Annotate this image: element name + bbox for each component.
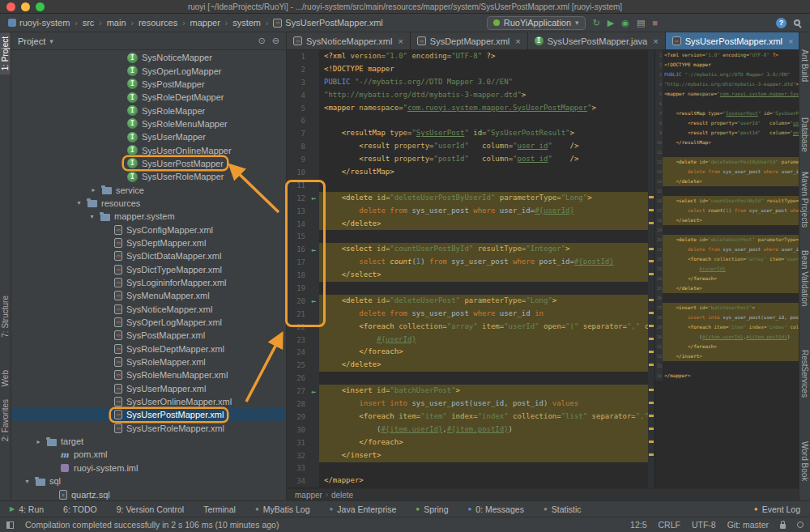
tree-item[interactable]: SysUserPostMapper.xml xyxy=(11,408,286,421)
line-number[interactable]: 12 xyxy=(287,194,308,202)
tree-item[interactable]: ▸service xyxy=(11,183,286,196)
tree-item[interactable]: SysDictDataMapper.xml xyxy=(11,249,286,262)
toolwindow-button[interactable]: Terminal xyxy=(203,504,236,514)
run-config-selector[interactable]: RuoYiApplication ▾ xyxy=(487,16,586,30)
tree-item[interactable]: ▾sql xyxy=(11,475,286,487)
lock-icon[interactable] xyxy=(780,524,786,529)
code-text[interactable]: </foreach> xyxy=(319,436,648,449)
caret-position[interactable]: 12:5 xyxy=(630,520,646,530)
line-number[interactable]: 13 xyxy=(287,207,308,215)
tree-item[interactable]: SysUserMapper xyxy=(11,130,286,143)
tree-item[interactable]: SysDictTypeMapper.xml xyxy=(11,263,286,276)
code-text[interactable]: <mapper namespace="com.ruoyi.system.mapp… xyxy=(319,102,648,115)
line-number[interactable]: 27 xyxy=(287,387,308,395)
line-number[interactable]: 32 xyxy=(287,452,308,460)
line-number[interactable]: 9 xyxy=(287,155,308,164)
tool-strip-button[interactable]: Ant Build xyxy=(799,45,810,86)
code-text[interactable]: PUBLIC "-//mybatis.org//DTD Mapper 3.0//… xyxy=(319,76,648,89)
code-text[interactable]: </delete> xyxy=(319,218,648,231)
tool-strip-button[interactable]: Web xyxy=(0,366,11,390)
breadcrumb-item[interactable]: main xyxy=(105,17,128,28)
tool-strip-button[interactable]: Bean Validation xyxy=(799,246,810,310)
editor-tab[interactable]: SysNoticeMapper.xml× xyxy=(287,32,411,49)
line-number[interactable]: 20 xyxy=(287,297,308,305)
line-number[interactable]: 6 xyxy=(287,117,308,125)
code-text[interactable]: select count(1) from sys_user_post where… xyxy=(319,256,648,269)
mybatis-nav-arrow-icon[interactable]: ← xyxy=(308,296,319,305)
tool-strip-button[interactable]: 2: Favorites xyxy=(0,395,11,445)
toolwindow-button[interactable]: ●Event Log xyxy=(754,504,800,514)
breadcrumb-item[interactable]: SysUserPostMapper.xml xyxy=(271,17,384,28)
encoding-indicator[interactable]: UTF-8 xyxy=(692,520,716,530)
code-text[interactable]: "http://mybatis.org/dtd/mybatis-3-mapper… xyxy=(319,89,648,102)
code-text[interactable]: </select> xyxy=(319,269,648,282)
tool-strip-button[interactable]: 1: Project xyxy=(0,32,11,74)
code-text[interactable]: (#{item.userId},#{item.postId}) xyxy=(319,423,648,436)
tree-item[interactable]: SysNoticeMapper xyxy=(11,51,286,64)
line-number[interactable]: 16 xyxy=(287,245,308,253)
code-text[interactable]: </insert> xyxy=(319,449,648,462)
editor-breadcrumb-item[interactable]: delete xyxy=(331,491,353,500)
code-text[interactable]: <insert id="batchUserPost"> xyxy=(319,385,648,398)
line-number[interactable]: 17 xyxy=(287,258,308,266)
chevron-down-icon[interactable]: ▾ xyxy=(49,37,53,45)
line-number[interactable]: 2 xyxy=(287,66,308,74)
toolwindow-button[interactable]: ●Java Enterprise xyxy=(330,504,397,514)
chevron-right-icon[interactable]: ▸ xyxy=(34,438,43,445)
code-text[interactable]: <result property="userId" column="user_i… xyxy=(319,140,648,153)
tool-strip-button[interactable]: RestServices xyxy=(799,346,810,402)
line-number[interactable]: 30 xyxy=(287,426,308,434)
tree-item[interactable]: SysMenuMapper.xml xyxy=(11,289,286,302)
tree-item[interactable]: SysUserOnlineMapper.xml xyxy=(11,395,286,408)
tree-item[interactable]: ▾resources xyxy=(11,197,286,210)
tree-item[interactable]: ruoyi-system.iml xyxy=(11,462,286,475)
line-number[interactable]: 22 xyxy=(287,323,308,331)
code-text[interactable]: </resultMap> xyxy=(319,166,648,179)
line-number[interactable]: 24 xyxy=(287,348,308,356)
chevron-down-icon[interactable]: ▾ xyxy=(75,199,83,206)
code-text[interactable]: <foreach collection="array" item="userId… xyxy=(319,321,648,334)
git-branch-indicator[interactable]: Git: master xyxy=(727,520,769,530)
tree-item[interactable]: SysUserMapper.xml xyxy=(11,382,286,395)
editor-tab[interactable]: SysDeptMapper.xml× xyxy=(411,32,528,49)
line-number[interactable]: 34 xyxy=(287,477,308,485)
line-number[interactable]: 31 xyxy=(287,439,308,447)
line-number[interactable]: 26 xyxy=(287,374,308,382)
line-number[interactable]: 21 xyxy=(287,310,308,318)
tree-item[interactable]: ▾mapper.system xyxy=(11,210,286,223)
line-number[interactable]: 15 xyxy=(287,232,308,240)
toolwindow-toggle-icon[interactable] xyxy=(6,521,14,529)
chevron-down-icon[interactable]: ▾ xyxy=(87,213,96,220)
tree-item[interactable]: SysPostMapper.xml xyxy=(11,329,286,342)
close-icon[interactable]: × xyxy=(398,36,403,46)
code-text[interactable]: <resultMap type="SysUserPost" id="SysUse… xyxy=(319,127,648,140)
code-text[interactable]: <?xml version="1.0" encoding="UTF-8" ?> xyxy=(319,50,648,63)
tree-item[interactable]: SysRoleMapper.xml xyxy=(11,355,286,368)
line-number[interactable]: 23 xyxy=(287,336,308,344)
tool-strip-button[interactable]: Word Book xyxy=(799,437,810,485)
line-number[interactable]: 1 xyxy=(287,53,308,61)
line-number[interactable]: 4 xyxy=(287,92,308,100)
tool-strip-button[interactable]: Maven Projects xyxy=(799,168,810,232)
code-text[interactable]: <!DOCTYPE mapper xyxy=(319,63,648,76)
code-text[interactable]: delete from sys_user_post where user_id … xyxy=(319,308,648,321)
close-icon[interactable]: × xyxy=(515,36,520,46)
code-text[interactable]: <foreach item="item" index="index" colle… xyxy=(319,411,648,423)
chevron-right-icon[interactable]: ▸ xyxy=(89,186,98,194)
toolwindow-button[interactable]: ●0: Messages xyxy=(468,504,524,514)
code-editor[interactable]: 1<?xml version="1.0" encoding="UTF-8" ?>… xyxy=(287,50,648,488)
breadcrumb-item[interactable]: system xyxy=(231,17,262,28)
code-text[interactable]: </mapper> xyxy=(319,475,648,487)
tree-item[interactable]: SysConfigMapper.xml xyxy=(11,223,286,236)
line-separator-indicator[interactable]: CRLF xyxy=(658,520,680,530)
line-number[interactable]: 25 xyxy=(287,361,308,369)
line-number[interactable]: 33 xyxy=(287,464,308,472)
tree-item[interactable]: SysOperLogMapper.xml xyxy=(11,316,286,329)
toolwindow-button[interactable]: ▶4: Run xyxy=(10,504,44,514)
tree-item[interactable]: SysUserOnlineMapper xyxy=(11,143,286,156)
line-number[interactable]: 5 xyxy=(287,104,308,113)
tree-item[interactable]: ▸target xyxy=(11,435,286,448)
tool-strip-button[interactable]: 7: Structure xyxy=(0,292,11,342)
tree-item[interactable]: SysRoleDeptMapper xyxy=(11,91,286,104)
tree-item[interactable]: SysRoleMenuMapper.xml xyxy=(11,368,286,381)
